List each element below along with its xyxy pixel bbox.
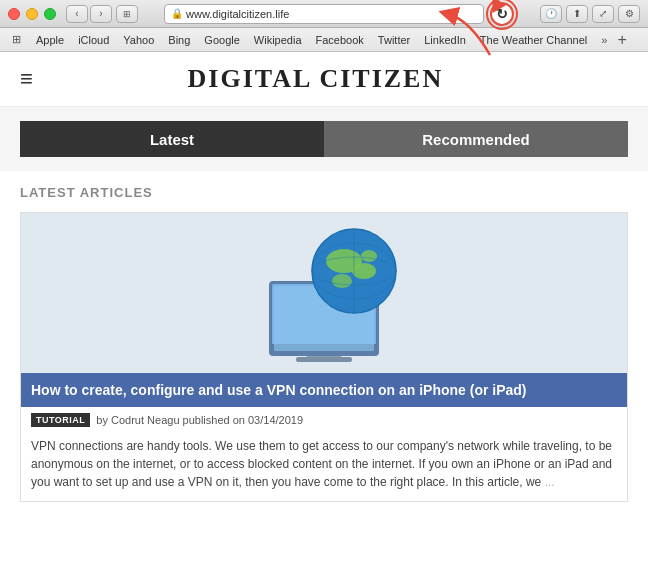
reload-container: ↻ [490, 2, 514, 26]
nav-arrows: ‹ › [66, 5, 112, 23]
close-button[interactable] [8, 8, 20, 20]
fullscreen-button[interactable]: ⤢ [592, 5, 614, 23]
share-icon: ⬆ [573, 8, 581, 19]
bookmarks-grid-icon[interactable]: ⊞ [8, 32, 24, 48]
tab-recommended[interactable]: Recommended [324, 121, 628, 157]
site-title: DIGITAL CITIZEN [188, 64, 444, 94]
bookmark-apple[interactable]: Apple [30, 32, 70, 48]
bookmark-linkedin[interactable]: LinkedIn [418, 32, 472, 48]
site-header: ≡ DIGITAL CITIZEN [0, 52, 648, 107]
bookmarks-more-button[interactable]: » [597, 32, 611, 48]
bookmark-facebook[interactable]: Facebook [310, 32, 370, 48]
lock-icon: 🔒 [171, 8, 183, 19]
bookmark-bing[interactable]: Bing [162, 32, 196, 48]
hamburger-menu-button[interactable]: ≡ [20, 68, 33, 90]
tutorial-badge: TUTORIAL [31, 413, 90, 427]
traffic-lights [8, 8, 56, 20]
fullscreen-icon: ⤢ [599, 8, 607, 19]
article-title[interactable]: How to create, configure and use a VPN c… [21, 373, 627, 407]
svg-rect-1 [296, 357, 352, 362]
article-meta: TUTORIAL by Codrut Neagu published on 03… [21, 407, 627, 433]
bookmark-wikipedia[interactable]: Wikipedia [248, 32, 308, 48]
history-icon: 🕐 [545, 8, 557, 19]
svg-point-9 [332, 274, 352, 288]
reload-icon: ↻ [496, 6, 508, 22]
tab-overview-button[interactable]: ⊞ [116, 5, 138, 23]
content-area: LATEST ARTICLES [0, 171, 648, 516]
article-author: by Codrut Neagu published on 03/14/2019 [96, 414, 303, 426]
settings-icon: ⚙ [625, 8, 634, 19]
history-button[interactable]: 🕐 [540, 5, 562, 23]
maximize-button[interactable] [44, 8, 56, 20]
reload-button[interactable]: ↻ [490, 2, 514, 26]
forward-button[interactable]: › [90, 5, 112, 23]
back-button[interactable]: ‹ [66, 5, 88, 23]
share-button[interactable]: ⬆ [566, 5, 588, 23]
tab-latest[interactable]: Latest [20, 121, 324, 157]
page-content: ≡ DIGITAL CITIZEN Latest Recommended LAT… [0, 52, 648, 571]
tab-buttons: Latest Recommended [0, 107, 648, 171]
browser-window: ‹ › ⊞ 🔒 www.digitalcitizen.life ↻ 🕐 [0, 0, 648, 571]
address-bar[interactable]: 🔒 www.digitalcitizen.life [164, 4, 484, 24]
article-image [21, 213, 627, 373]
bookmark-google[interactable]: Google [198, 32, 245, 48]
svg-point-8 [352, 263, 376, 279]
address-bar-container: 🔒 www.digitalcitizen.life ↻ [146, 2, 532, 26]
minimize-button[interactable] [26, 8, 38, 20]
bookmark-icloud[interactable]: iCloud [72, 32, 115, 48]
article-excerpt: VPN connections are handy tools. We use … [21, 433, 627, 501]
section-title: LATEST ARTICLES [20, 185, 628, 200]
bookmark-yahoo[interactable]: Yahoo [117, 32, 160, 48]
settings-button[interactable]: ⚙ [618, 5, 640, 23]
svg-point-10 [361, 250, 377, 262]
bookmark-weather[interactable]: The Weather Channel [474, 32, 593, 48]
bookmarks-bar: ⊞ Apple iCloud Yahoo Bing Google Wikiped… [0, 28, 648, 52]
article-illustration [224, 216, 424, 371]
bookmark-twitter[interactable]: Twitter [372, 32, 416, 48]
toolbar-icons: 🕐 ⬆ ⤢ ⚙ [540, 5, 640, 23]
bookmarks-add-button[interactable]: + [613, 31, 630, 49]
url-text: www.digitalcitizen.life [186, 8, 289, 20]
title-bar: ‹ › ⊞ 🔒 www.digitalcitizen.life ↻ 🕐 [0, 0, 648, 28]
article-card[interactable]: How to create, configure and use a VPN c… [20, 212, 628, 502]
